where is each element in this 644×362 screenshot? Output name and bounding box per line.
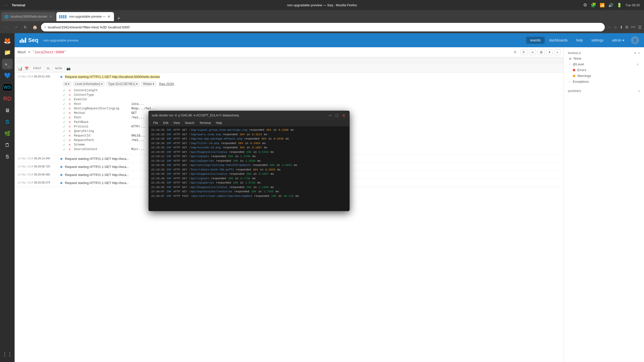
slack-icon[interactable]: S bbox=[2, 151, 13, 162]
signals-add-icon[interactable]: + bbox=[638, 52, 640, 55]
rdp-icon[interactable]: RD bbox=[2, 94, 13, 104]
terminal-menu-terminal[interactable]: Terminal bbox=[197, 120, 213, 125]
log-time: 22:29:12 bbox=[151, 159, 165, 163]
meta-level[interactable]: Level (Information) ▾ bbox=[73, 82, 104, 86]
terminal-menu-help[interactable]: Help bbox=[213, 120, 225, 125]
notes-icon[interactable]: 🗒 bbox=[2, 140, 13, 150]
log-status: 304 bbox=[261, 137, 266, 141]
log-verb: GET bbox=[182, 154, 187, 159]
warn-dot-icon bbox=[573, 75, 575, 77]
columns-button[interactable]: ⊞ bbox=[538, 49, 545, 55]
nav-dashboards[interactable]: dashboards bbox=[545, 37, 572, 44]
terminal-menu-file[interactable]: File bbox=[151, 120, 160, 125]
event-time-4: 08:28:08.480 bbox=[34, 173, 50, 176]
webstorm-icon[interactable]: WS bbox=[2, 82, 13, 93]
tab-2[interactable]: ▌▌▌▌ non-upgradable preview — ✕ bbox=[56, 12, 114, 21]
log-path: /img/filter-16.png bbox=[189, 141, 219, 146]
nav-events[interactable]: events bbox=[526, 37, 545, 44]
skype-icon[interactable]: S bbox=[2, 117, 13, 127]
nav-help[interactable]: help bbox=[572, 37, 587, 44]
home-button[interactable]: 🏠 bbox=[30, 24, 39, 31]
log-ms: 0.3434 bbox=[250, 141, 260, 146]
queries-add-icon[interactable]: + bbox=[638, 89, 640, 93]
more-options[interactable]: ··· bbox=[608, 25, 611, 29]
time-to-input[interactable]: NOW bbox=[53, 66, 64, 71]
bar1 bbox=[20, 40, 21, 43]
log-time: 22:30:07 bbox=[151, 194, 165, 198]
meta-id[interactable]: Id ▾ bbox=[63, 82, 71, 86]
event-level-1 bbox=[60, 76, 62, 78]
terminal-body[interactable]: 22:28:35 INF HTTP GET /img/signal-group-… bbox=[149, 126, 349, 211]
more-tools-icon[interactable]: >> bbox=[631, 25, 635, 29]
log-status: 200 bbox=[246, 185, 251, 190]
log-verb: GET bbox=[182, 141, 187, 146]
user-avatar[interactable]: 👤 bbox=[631, 36, 639, 44]
queries-header[interactable]: QUERIES + bbox=[564, 88, 644, 94]
vscode-icon[interactable]: 💙 bbox=[2, 70, 13, 81]
terminal-icon[interactable]: >_ bbox=[2, 59, 13, 69]
raw-json-link[interactable]: Raw JSON bbox=[158, 82, 175, 86]
terminal-menu-search[interactable]: Search bbox=[182, 120, 197, 125]
log-ms: 30.110 bbox=[284, 194, 294, 198]
apps-icon[interactable]: ⋮⋮ bbox=[2, 349, 13, 359]
log-responded: responded bbox=[249, 128, 264, 132]
log-level: INF bbox=[167, 141, 172, 146]
log-responded: responded bbox=[216, 181, 231, 185]
filter-clear-button[interactable]: ✕ bbox=[512, 49, 518, 55]
back-button[interactable]: ← bbox=[3, 24, 11, 30]
log-time: 22:28:35 bbox=[151, 132, 165, 137]
new-tab-button[interactable]: + bbox=[114, 16, 123, 21]
seq-nav-links: events dashboards help settings admin ▾ … bbox=[526, 36, 639, 44]
signals-collapse-icon[interactable]: ∧ bbox=[634, 51, 636, 55]
log-responded: responded bbox=[254, 194, 269, 198]
time-from[interactable]: FIRST bbox=[31, 66, 44, 71]
event-level-2 bbox=[60, 158, 62, 160]
terminal-menu-view[interactable]: View bbox=[171, 120, 182, 125]
hamburger-icon[interactable]: ☰ bbox=[638, 25, 641, 30]
prop-check-icon: ✓ bbox=[63, 93, 66, 97]
nav-admin[interactable]: admin ▾ bbox=[608, 37, 628, 44]
signal-exceptions[interactable]: ○ Exceptions bbox=[564, 79, 644, 84]
git-icon[interactable]: 🌿 bbox=[2, 128, 13, 139]
signals-header[interactable]: SIGNALS ∧ + bbox=[564, 50, 644, 56]
prop-name: Scheme bbox=[74, 143, 129, 147]
log-status: 304 bbox=[253, 168, 258, 172]
tab-1-close[interactable]: ✕ bbox=[49, 15, 52, 19]
log-status: 200 bbox=[228, 154, 233, 159]
nav-settings[interactable]: settings bbox=[587, 37, 608, 44]
prop-value: GET bbox=[131, 111, 137, 115]
address-bar[interactable]: ℹ bbox=[41, 23, 605, 31]
event-header-1[interactable]: 13 Mar 2018 08:28:31.435 Request startin… bbox=[15, 73, 564, 81]
terminal-close-button[interactable]: ✕ bbox=[341, 113, 346, 118]
signal-errors[interactable]: Errors bbox=[564, 67, 644, 73]
terminal-maximize-button[interactable]: □ bbox=[335, 113, 339, 118]
remote-icon[interactable]: 🖥 bbox=[2, 105, 13, 116]
terminal-minimize-button[interactable]: ─ bbox=[328, 113, 333, 118]
firefox-icon[interactable]: 🦊 bbox=[2, 36, 13, 46]
meta-retain[interactable]: Retain ▾ bbox=[141, 82, 156, 86]
synced-tabs-icon[interactable]: ⧉ bbox=[625, 25, 628, 29]
follow-button[interactable]: ∞ bbox=[529, 49, 536, 55]
log-time: 22:29:35 bbox=[151, 163, 165, 167]
tab-1[interactable]: 🌐 localhost:5000/hello-docker ✕ bbox=[2, 12, 56, 21]
log-status: 200 bbox=[246, 172, 251, 176]
log-ms: 0.3439 bbox=[274, 137, 284, 141]
log-unit: ms bbox=[262, 141, 266, 146]
signal-none[interactable]: ◉ None bbox=[564, 56, 644, 61]
terminal-menu-edit[interactable]: Edit bbox=[160, 120, 171, 125]
filter-options-button[interactable]: ▾ bbox=[546, 49, 553, 55]
forward-button[interactable]: → bbox=[12, 24, 20, 30]
refresh-button[interactable]: ↻ bbox=[520, 49, 528, 55]
prop-name: ContentLength bbox=[74, 89, 129, 92]
reload-button[interactable]: ↻ bbox=[22, 24, 29, 31]
more-button[interactable]: » bbox=[554, 49, 560, 55]
signal-level[interactable]: ○ @Level ∧ bbox=[564, 61, 644, 67]
download-icon[interactable]: ⬇ bbox=[620, 25, 623, 30]
signal-warnings[interactable]: Warnings bbox=[564, 73, 644, 79]
address-input[interactable] bbox=[48, 25, 601, 29]
meta-type[interactable]: Type (0x1C2B74E1) ▾ bbox=[106, 82, 139, 86]
bookmark-icon[interactable]: ☆ bbox=[614, 25, 617, 30]
tab-2-close[interactable]: ✕ bbox=[107, 15, 110, 19]
files-icon[interactable]: 📁 bbox=[2, 47, 13, 58]
log-verb: GET bbox=[182, 172, 187, 176]
